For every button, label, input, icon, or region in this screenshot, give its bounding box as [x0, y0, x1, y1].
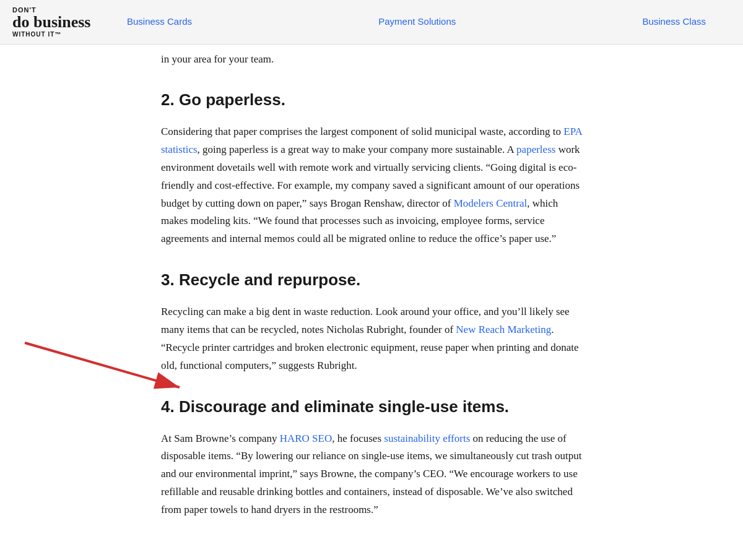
link-paperless[interactable]: paperless	[516, 144, 555, 155]
main-nav: Business Cards Payment Solutions Busines…	[102, 14, 731, 30]
page-wrapper: in your area for your team. 2. Go paperl…	[0, 0, 743, 560]
section-2-heading: 2. Go paperless.	[161, 87, 582, 113]
section-recycle-repurpose: 3. Recycle and repurpose. Recycling can …	[161, 267, 582, 374]
site-header: DON'T do business WITHOUT IT™ Business C…	[0, 0, 743, 45]
section-4-heading: 4. Discourage and eliminate single-use i…	[161, 394, 582, 420]
section-go-paperless: 2. Go paperless. Considering that paper …	[161, 87, 582, 248]
link-new-reach-marketing[interactable]: New Reach Marketing	[456, 324, 551, 335]
nav-link-business-class[interactable]: Business Class	[642, 14, 706, 30]
logo: DON'T do business WITHOUT IT™	[12, 6, 102, 37]
section-single-use-items: 4. Discourage and eliminate single-use i…	[161, 394, 582, 519]
section-3-body: Recycling can make a big dent in waste r…	[161, 303, 582, 375]
link-modelers-central[interactable]: Modelers Central	[454, 197, 528, 209]
logo-main: do business	[12, 14, 102, 30]
nav-link-payment-solutions[interactable]: Payment Solutions	[378, 14, 456, 30]
section-2-body: Considering that paper comprises the lar…	[161, 123, 582, 248]
link-sustainability-efforts[interactable]: sustainability efforts	[384, 433, 470, 444]
svg-line-1	[25, 343, 180, 387]
section-4-body: At Sam Browne’s company HARO SEO, he foc…	[161, 430, 582, 519]
nav-link-business-cards[interactable]: Business Cards	[127, 14, 192, 30]
intro-text: in your area for your team.	[161, 45, 582, 80]
section-3-heading: 3. Recycle and repurpose.	[161, 267, 582, 293]
logo-without: WITHOUT IT™	[12, 31, 102, 38]
content-area: in your area for your team. 2. Go paperl…	[149, 45, 594, 560]
link-haro-seo[interactable]: HARO SEO	[280, 433, 332, 444]
